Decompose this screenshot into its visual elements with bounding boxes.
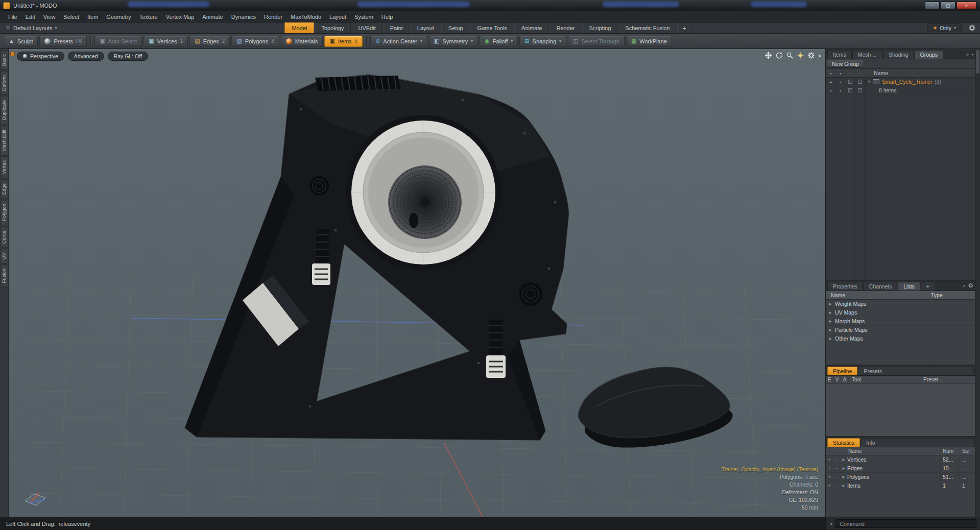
filter-toggle-icon[interactable] <box>855 88 865 92</box>
remove-icon[interactable]: - <box>833 483 840 488</box>
panel-scrollbar[interactable] <box>975 49 980 517</box>
expand-arrow-icon[interactable]: ► <box>826 336 835 341</box>
menu-help[interactable]: Help <box>377 12 397 21</box>
menu-layout[interactable]: Layout <box>325 12 350 21</box>
tab-channels[interactable]: Channels <box>864 282 897 291</box>
lock-toggle-icon[interactable] <box>845 80 855 84</box>
tab-groups[interactable]: Groups <box>915 50 943 59</box>
tab-lists[interactable]: Lists <box>898 282 920 291</box>
pan-icon[interactable] <box>765 52 772 59</box>
stat-row-polygons[interactable]: +-► Polygons 51... ... <box>826 473 975 481</box>
polygons-mode-button[interactable]: ▧Polygons3 <box>231 36 279 47</box>
list-item-morph-maps[interactable]: ►Morph Maps <box>826 317 975 326</box>
tab-scripting[interactable]: Scripting <box>582 22 618 33</box>
auto-select-button[interactable]: ▣Auto Select <box>94 36 142 47</box>
group-row-smart-cycle-trainer[interactable]: ●● + Smart_Cycle_Trainer (3) <box>826 78 975 86</box>
sculpt-button[interactable]: ▲Sculpt <box>4 36 38 47</box>
tab-schematic-fusion[interactable]: Schematic Fusion <box>618 22 677 33</box>
render-toggle-icon[interactable]: ● <box>835 88 845 92</box>
workplane-button[interactable]: ▦WorkPlane <box>626 36 672 47</box>
lock-toggle-icon[interactable] <box>845 88 855 92</box>
list-item-weight-maps[interactable]: ►Weight Maps <box>826 300 975 308</box>
list-item-particle-maps[interactable]: ►Particle Maps <box>826 326 975 334</box>
tab-info[interactable]: Info <box>861 438 973 447</box>
maximize-button[interactable]: ▢ <box>941 2 955 9</box>
advanced-shading-button[interactable]: Advanced <box>68 52 104 61</box>
expand-arrow-icon[interactable]: ► <box>826 310 835 315</box>
tab-uvedit[interactable]: UVEdit <box>351 22 383 33</box>
add-icon[interactable]: + <box>826 483 833 488</box>
tab-render[interactable]: Render <box>549 22 582 33</box>
visibility-eye-icon[interactable]: ● <box>826 88 835 92</box>
falloff-button[interactable]: ◉Falloff▾ <box>480 36 518 47</box>
add-panel-tab-button[interactable]: + <box>921 282 935 291</box>
tab-paint[interactable]: Paint <box>383 22 410 33</box>
expand-arrow-icon[interactable]: ► <box>840 466 847 471</box>
expand-panel-icon[interactable]: ↗ <box>962 283 966 288</box>
viewport-thumb-icon[interactable] <box>10 52 15 56</box>
panel-options-icon[interactable]: ▪ <box>972 52 973 57</box>
menu-texture[interactable]: Texture <box>135 12 162 21</box>
menu-dynamics[interactable]: Dynamics <box>227 12 260 21</box>
raygl-button[interactable]: Ray GL: Off <box>108 52 148 61</box>
expand-arrow-icon[interactable]: ► <box>840 475 847 479</box>
tab-shading[interactable]: Shading <box>883 50 914 59</box>
list-item-other-maps[interactable]: ►Other Maps <box>826 334 975 343</box>
filter-toggle-icon[interactable] <box>855 80 865 84</box>
close-button[interactable]: × <box>957 2 976 9</box>
lighting-icon[interactable] <box>797 52 804 59</box>
snapping-button[interactable]: ⊞Snapping▾ <box>519 36 566 47</box>
sidebar-item-uv[interactable]: UV <box>1 249 8 263</box>
menu-animate[interactable]: Animate <box>198 12 227 21</box>
add-icon[interactable]: + <box>826 457 833 462</box>
stat-row-edges[interactable]: +-► Edges 10... ... <box>826 464 975 473</box>
tab-topology[interactable]: Topology <box>314 22 351 33</box>
tab-animate[interactable]: Animate <box>514 22 549 33</box>
tab-mesh[interactable]: Mesh ... <box>852 50 882 59</box>
command-input[interactable]: Command <box>835 519 976 528</box>
rotate-icon[interactable] <box>776 52 782 59</box>
settings-gear-icon[interactable] <box>969 25 975 31</box>
zoom-icon[interactable] <box>786 52 793 59</box>
edges-mode-button[interactable]: ▤Edges2 <box>189 36 230 47</box>
symmetry-button[interactable]: ◧Symmetry▾ <box>429 36 478 47</box>
add-layout-tab-button[interactable]: + <box>677 22 691 33</box>
menu-maxtomodo[interactable]: MaxToModo <box>286 12 325 21</box>
add-icon[interactable]: + <box>826 466 833 471</box>
tab-setup[interactable]: Setup <box>441 22 470 33</box>
group-name[interactable]: Smart_Cycle_Trainer <box>882 79 933 85</box>
menu-geometry[interactable]: Geometry <box>102 12 135 21</box>
remove-icon[interactable]: - <box>833 457 840 462</box>
tab-items[interactable]: Items <box>827 50 852 59</box>
group-subrow-items[interactable]: ●● 8 Items <box>826 86 975 95</box>
visibility-eye-icon[interactable]: ● <box>826 80 835 84</box>
new-group-button[interactable]: New Group <box>827 60 864 68</box>
viewport-menu-arrow-icon[interactable]: ▸ <box>819 53 821 58</box>
action-center-button[interactable]: ⊕Action Center▾ <box>370 36 427 47</box>
sidebar-item-duplicate[interactable]: Duplicate <box>1 96 8 125</box>
items-mode-button[interactable]: ▣Items5 <box>324 36 363 47</box>
expand-arrow-icon[interactable]: ► <box>826 302 835 306</box>
sidebar-item-mesh-edit[interactable]: Mesh Edit <box>1 126 8 155</box>
tab-pipeline[interactable]: Pipeline <box>827 367 857 375</box>
sidebar-item-edge[interactable]: Edge <box>1 179 8 199</box>
sidebar-item-basic[interactable]: Basic <box>1 50 8 70</box>
layout-switcher[interactable]: Default Layouts ▾ <box>0 22 62 33</box>
expand-arrow-icon[interactable]: ► <box>840 484 847 488</box>
expand-arrow-icon[interactable]: ► <box>840 457 847 462</box>
menu-edit[interactable]: Edit <box>21 12 39 21</box>
pipeline-body[interactable] <box>826 384 975 436</box>
panel-gear-icon[interactable] <box>968 283 973 289</box>
menu-file[interactable]: File <box>4 12 21 21</box>
tab-game-tools[interactable]: Game Tools <box>470 22 515 33</box>
expand-arrow-icon[interactable]: ► <box>826 328 835 332</box>
expand-arrow-icon[interactable]: ► <box>826 319 835 324</box>
menu-render[interactable]: Render <box>260 12 286 21</box>
tab-model[interactable]: Model <box>284 22 314 33</box>
stat-row-vertices[interactable]: +-► Vertices 52... ... <box>826 455 975 464</box>
add-icon[interactable]: + <box>826 474 833 479</box>
stat-row-items[interactable]: +-► Items 1 1 <box>826 481 975 490</box>
expand-group-icon[interactable]: + <box>866 79 873 84</box>
menu-system[interactable]: System <box>350 12 377 21</box>
only-filter-button[interactable]: ★ Only ▾ <box>927 23 962 32</box>
